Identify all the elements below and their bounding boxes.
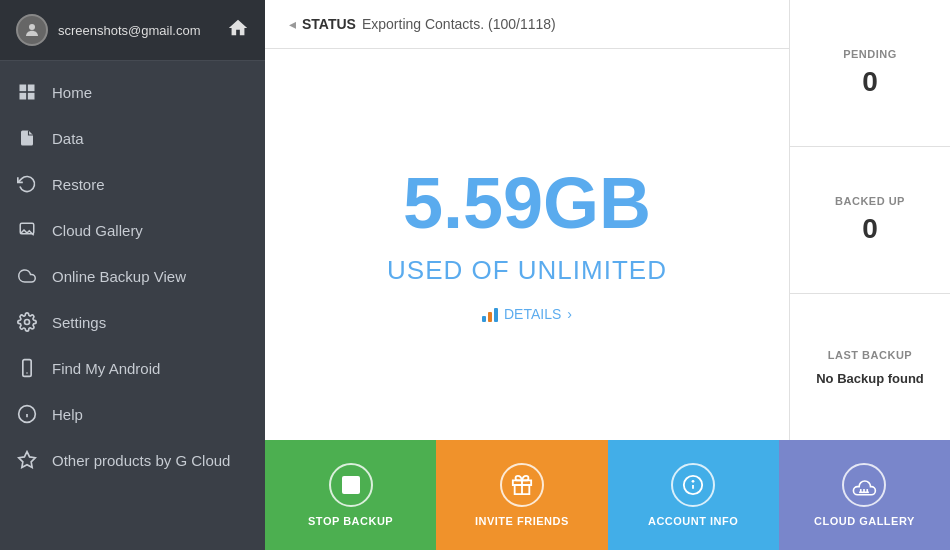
account-info-icon — [671, 463, 715, 507]
svg-point-8 — [26, 372, 28, 374]
cloud-gallery-btn-label: CLOUD GALLERY — [814, 515, 915, 527]
sidebar-label-settings: Settings — [52, 314, 106, 331]
home-nav-icon — [16, 81, 38, 103]
online-backup-icon — [16, 265, 38, 287]
svg-rect-4 — [28, 93, 35, 100]
pending-value: 0 — [862, 66, 878, 98]
details-chevron-icon: › — [567, 306, 572, 322]
bottom-bar: STOP BACKUP INVITE FRIENDS — [265, 440, 950, 550]
svg-point-0 — [29, 24, 35, 30]
restore-icon — [16, 173, 38, 195]
cloud-gallery-button[interactable]: CLOUD GALLERY — [779, 440, 950, 550]
settings-icon — [16, 311, 38, 333]
user-email: screenshots@gmail.com — [58, 23, 201, 38]
stat-pending: PENDING 0 — [790, 0, 950, 147]
sidebar-label-data: Data — [52, 130, 84, 147]
sidebar-label-cloud-gallery: Cloud Gallery — [52, 222, 143, 239]
account-info-button[interactable]: ACCOUNT INFO — [608, 440, 779, 550]
backed-up-value: 0 — [862, 213, 878, 245]
sidebar-header: screenshots@gmail.com — [0, 0, 265, 61]
bar2 — [488, 312, 492, 322]
svg-marker-10 — [19, 452, 36, 468]
sidebar-label-restore: Restore — [52, 176, 105, 193]
cloud-gallery-icon — [16, 219, 38, 241]
sidebar-label-help: Help — [52, 406, 83, 423]
other-products-icon — [16, 449, 38, 471]
storage-size: 5.59GB — [403, 167, 651, 239]
status-bar: ◂ STATUS Exporting Contacts. (100/1118) — [265, 0, 789, 49]
sidebar-label-find-android: Find My Android — [52, 360, 160, 377]
storage-display: 5.59GB USED OF UNLIMITED DETAILS › — [265, 49, 789, 440]
right-panel: PENDING 0 BACKED UP 0 LAST BACKUP No Bac… — [790, 0, 950, 440]
pending-title: PENDING — [843, 48, 897, 60]
stop-square-icon — [342, 476, 360, 494]
sidebar-item-find-android[interactable]: Find My Android — [0, 345, 265, 391]
user-avatar — [16, 14, 48, 46]
svg-rect-3 — [20, 93, 27, 100]
cloud-gallery-btn-icon — [842, 463, 886, 507]
status-text: Exporting Contacts. (100/1118) — [362, 16, 556, 32]
last-backup-value: No Backup found — [816, 371, 924, 386]
svg-rect-1 — [20, 85, 27, 92]
stop-backup-label: STOP BACKUP — [308, 515, 393, 527]
status-arrow-icon: ◂ — [289, 16, 296, 32]
sidebar-header-left: screenshots@gmail.com — [16, 14, 201, 46]
bar3 — [494, 308, 498, 322]
data-icon — [16, 127, 38, 149]
stop-backup-button[interactable]: STOP BACKUP — [265, 440, 436, 550]
home-icon[interactable] — [227, 17, 249, 44]
sidebar-item-other-products[interactable]: Other products by G Cloud — [0, 437, 265, 483]
sidebar-item-online-backup[interactable]: Online Backup View — [0, 253, 265, 299]
details-text: DETAILS — [504, 306, 561, 322]
bar1 — [482, 316, 486, 322]
stat-last-backup: LAST BACKUP No Backup found — [790, 294, 950, 440]
sidebar-label-home: Home — [52, 84, 92, 101]
invite-friends-button[interactable]: INVITE FRIENDS — [436, 440, 607, 550]
sidebar-item-restore[interactable]: Restore — [0, 161, 265, 207]
account-info-label: ACCOUNT INFO — [648, 515, 738, 527]
last-backup-title: LAST BACKUP — [828, 349, 912, 361]
content-area: ◂ STATUS Exporting Contacts. (100/1118) … — [265, 0, 950, 440]
invite-friends-label: INVITE FRIENDS — [475, 515, 569, 527]
center-panel: ◂ STATUS Exporting Contacts. (100/1118) … — [265, 0, 790, 440]
stop-backup-icon — [329, 463, 373, 507]
sidebar-item-cloud-gallery[interactable]: Cloud Gallery — [0, 207, 265, 253]
sidebar-item-help[interactable]: Help — [0, 391, 265, 437]
sidebar: screenshots@gmail.com Home — [0, 0, 265, 550]
details-bars-icon — [482, 306, 498, 322]
backed-up-title: BACKED UP — [835, 195, 905, 207]
stat-backed-up: BACKED UP 0 — [790, 147, 950, 294]
invite-friends-icon — [500, 463, 544, 507]
details-link[interactable]: DETAILS › — [482, 306, 572, 322]
help-icon — [16, 403, 38, 425]
sidebar-item-data[interactable]: Data — [0, 115, 265, 161]
find-android-icon — [16, 357, 38, 379]
main-content: ◂ STATUS Exporting Contacts. (100/1118) … — [265, 0, 950, 550]
svg-rect-2 — [28, 85, 35, 92]
svg-rect-7 — [23, 360, 31, 377]
sidebar-nav: Home Data Restore — [0, 61, 265, 550]
sidebar-item-settings[interactable]: Settings — [0, 299, 265, 345]
storage-label: USED OF UNLIMITED — [387, 255, 667, 286]
sidebar-label-online-backup: Online Backup View — [52, 268, 186, 285]
sidebar-label-other-products: Other products by G Cloud — [52, 452, 230, 469]
status-label: STATUS — [302, 16, 356, 32]
sidebar-item-home[interactable]: Home — [0, 69, 265, 115]
